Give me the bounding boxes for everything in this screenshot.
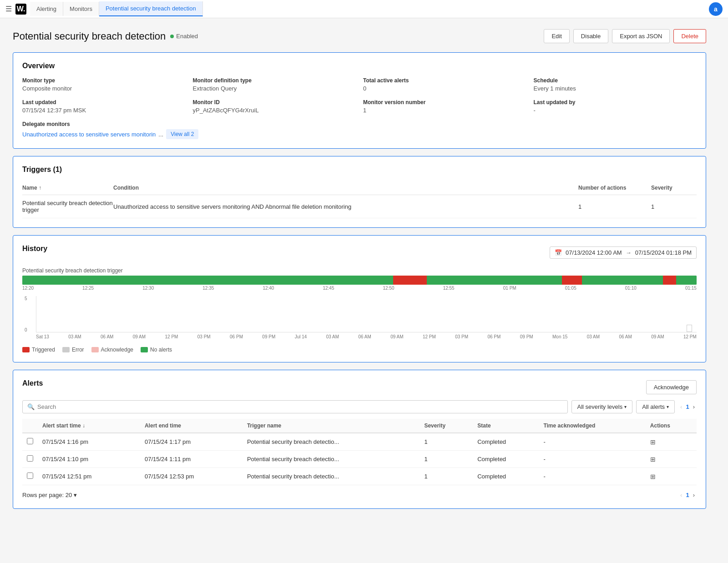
breadcrumb-current[interactable]: Potential security breach detection	[99, 1, 203, 16]
chart-x-label: 06 AM	[619, 334, 632, 339]
row-checkbox-cell[interactable]	[22, 433, 38, 451]
date-to: 07/15/2024 01:18 PM	[635, 249, 692, 256]
timeline-tick: 12:55	[443, 286, 455, 291]
overview-active-alerts-value: 0	[363, 85, 366, 92]
alert-actions[interactable]: ⊞	[646, 468, 697, 485]
alert-action-icon[interactable]: ⊞	[650, 473, 656, 480]
hamburger-icon[interactable]: ☰	[5, 5, 12, 13]
row-checkbox-cell[interactable]	[22, 468, 38, 485]
chart-x-label: 03 AM	[326, 334, 339, 339]
delegate-label: Delegate monitors	[22, 121, 697, 127]
alerts-col-start[interactable]: Alert start time ↓	[38, 419, 140, 433]
edit-button[interactable]: Edit	[544, 29, 569, 43]
prev-page-bottom[interactable]: ‹	[678, 491, 684, 499]
trigger-condition: Unauthorized access to sensitive servers…	[113, 195, 578, 218]
overview-active-alerts: Total active alerts 0	[363, 77, 526, 92]
alert-start-time: 07/15/24 1:16 pm	[38, 433, 140, 451]
timeline-tick: 12:30	[142, 286, 154, 291]
alerts-col-acknowledged: Time acknowledged	[539, 419, 645, 433]
row-checkbox[interactable]	[27, 438, 33, 444]
date-range-arrow: →	[626, 249, 632, 256]
overview-definition-type-value: Extraction Query	[193, 85, 237, 92]
overview-definition-type-label: Monitor definition type	[193, 77, 356, 84]
chart-x-label: 03 AM	[68, 334, 81, 339]
rows-per-page[interactable]: Rows per page: 20 ▾	[22, 492, 77, 498]
overview-monitor-type: Monitor type Composite monitor	[22, 77, 186, 92]
delegate-link[interactable]: Unauthorized access to sensitive servers…	[22, 131, 156, 138]
timeline-trigger-label: Potential security breach detection trig…	[22, 267, 697, 274]
triggers-card: Triggers (1) Name ↑ Condition Number of …	[13, 156, 706, 228]
prev-page-top[interactable]: ‹	[678, 402, 684, 411]
table-row: 07/15/24 1:10 pm 07/15/24 1:11 pm Potent…	[22, 451, 697, 468]
page-title: Potential security breach detection	[13, 30, 166, 42]
alert-actions[interactable]: ⊞	[646, 433, 697, 451]
timeline-tick: 12:45	[323, 286, 334, 291]
triggers-col-name: Name ↑	[22, 181, 113, 195]
alert-action-icon[interactable]: ⊞	[650, 456, 656, 463]
chart-x-label: 09 PM	[262, 334, 275, 339]
legend-color	[91, 347, 99, 352]
alerts-body: 07/15/24 1:16 pm 07/15/24 1:17 pm Potent…	[22, 433, 697, 485]
top-nav: ☰ W. Alerting Monitors Potential securit…	[0, 0, 728, 18]
chart-x-label: 12 PM	[423, 334, 436, 339]
breadcrumb-alerting[interactable]: Alerting	[30, 2, 63, 16]
chart-x-label: 09 AM	[390, 334, 403, 339]
chart-y-axis: 5 0	[25, 296, 27, 332]
overview-monitor-type-value: Composite monitor	[22, 85, 72, 92]
row-checkbox-cell[interactable]	[22, 451, 38, 468]
timeline-tick: 01:10	[625, 286, 637, 291]
history-header: History 📅 07/13/2024 12:00 AM → 07/15/20…	[22, 245, 697, 260]
triggers-title: Triggers (1)	[22, 166, 697, 174]
timeline-tick: 01:15	[685, 286, 697, 291]
next-page-top[interactable]: ›	[691, 402, 697, 411]
row-checkbox[interactable]	[27, 473, 33, 479]
next-page-bottom[interactable]: ›	[691, 491, 697, 499]
export-json-button[interactable]: Export as JSON	[612, 29, 670, 43]
status-badge: Enabled	[170, 33, 198, 40]
breadcrumb-monitors[interactable]: Monitors	[63, 2, 99, 16]
history-title: History	[22, 245, 47, 253]
delete-button[interactable]: Delete	[673, 29, 706, 43]
chart-x-label: 06 AM	[358, 334, 371, 339]
alert-end-time: 07/15/24 12:53 pm	[140, 468, 243, 485]
date-from: 07/13/2024 12:00 AM	[566, 249, 622, 256]
row-checkbox[interactable]	[27, 455, 33, 462]
rows-chevron-icon: ▾	[74, 492, 77, 498]
overview-definition-type: Monitor definition type Extraction Query	[193, 77, 356, 92]
alerts-filter[interactable]: All alerts ▾	[636, 400, 675, 413]
alerts-col-severity: Severity	[420, 419, 473, 433]
overview-schedule-value: Every 1 minutes	[534, 85, 576, 92]
chart-x-label: 06 AM	[101, 334, 113, 339]
delegate-section: Delegate monitors Unauthorized access to…	[22, 121, 697, 139]
alert-action-icon[interactable]: ⊞	[650, 438, 656, 446]
alert-state: Completed	[473, 468, 539, 485]
search-input[interactable]	[37, 403, 563, 410]
overview-last-updated-value: 07/15/24 12:37 pm MSK	[22, 107, 86, 114]
overview-schedule-label: Schedule	[534, 77, 697, 84]
chart-x-labels: Sat 1303 AM06 AM09 AM12 PM03 PM06 PM09 P…	[36, 334, 697, 339]
severity-filter[interactable]: All severity levels ▾	[571, 400, 633, 413]
view-all-button[interactable]: View all 2	[166, 129, 198, 139]
overview-schedule: Schedule Every 1 minutes	[534, 77, 697, 92]
alert-acknowledged: -	[539, 433, 645, 451]
current-page-bottom: 1	[686, 492, 689, 498]
legend-item: Acknowledge	[91, 347, 133, 353]
table-row: 07/15/24 12:51 pm 07/15/24 12:53 pm Pote…	[22, 468, 697, 485]
overview-monitor-type-label: Monitor type	[22, 77, 186, 84]
date-range-picker[interactable]: 📅 07/13/2024 12:00 AM → 07/15/2024 01:18…	[550, 246, 697, 259]
alert-state: Completed	[473, 451, 539, 468]
chart-x-label: 06 PM	[487, 334, 500, 339]
main-content: Potential security breach detection Enab…	[0, 18, 719, 527]
alerts-chevron-icon: ▾	[667, 404, 669, 409]
avatar[interactable]: a	[709, 2, 723, 16]
alerts-col-end: Alert end time	[140, 419, 243, 433]
disable-button[interactable]: Disable	[573, 29, 608, 43]
search-icon: 🔍	[27, 403, 35, 410]
alert-actions[interactable]: ⊞	[646, 451, 697, 468]
delegate-ellipsis: ...	[158, 131, 163, 138]
search-box[interactable]: 🔍	[22, 400, 568, 413]
acknowledge-button[interactable]: Acknowledge	[646, 380, 697, 394]
timeline-container: Potential security breach detection trig…	[22, 267, 697, 291]
timeline-tick: 12:50	[383, 286, 394, 291]
chart-x-label: Mon 15	[552, 334, 567, 339]
